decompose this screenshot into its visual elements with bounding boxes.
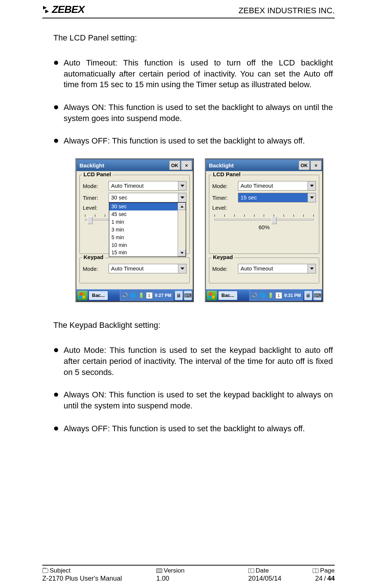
chevron-down-icon — [178, 264, 186, 273]
page-footer: Subject Version Date Page Z-2170 Plus Us… — [42, 565, 335, 582]
keypad-mode-label: Mode: — [83, 266, 109, 272]
windows-flag-icon — [79, 293, 86, 298]
start-button[interactable] — [77, 291, 88, 300]
mode-value: Auto Timeout — [109, 181, 178, 190]
lcd-panel-heading: The LCD Panel setting: — [53, 33, 333, 43]
slider-thumb-icon[interactable] — [88, 217, 93, 224]
logo-text: ZEBEX — [52, 4, 84, 15]
mode-combobox[interactable]: Auto Timeout — [238, 181, 316, 191]
dropdown-option[interactable]: 5 min — [109, 234, 178, 241]
dropdown-option[interactable]: 15 min — [109, 249, 178, 256]
mode-combobox[interactable]: Auto Timeout — [109, 181, 186, 191]
windows-flag-icon — [209, 293, 215, 298]
document-icon — [156, 568, 162, 573]
list-item: Always OFF: This function is used to set… — [53, 135, 333, 146]
system-tray: 🔊 🌐 🔋 1 9:27 PM — [120, 290, 174, 301]
logo: ZEBEX — [42, 4, 84, 15]
keypad-mode-value: Auto Timeout — [238, 264, 307, 273]
chevron-down-icon — [307, 193, 316, 202]
company-name: ZEBEX INDUSTRIES INC. — [238, 6, 335, 15]
book-icon — [313, 568, 319, 573]
timer-label: Timer: — [212, 195, 238, 201]
scrollbar[interactable] — [178, 203, 186, 256]
network-icon[interactable]: 🌐 — [130, 292, 136, 299]
ok-button[interactable]: OK — [299, 160, 310, 170]
status-icon[interactable]: 1 — [275, 292, 282, 299]
level-label: Level: — [83, 205, 109, 211]
titlebar: Backlight OK × — [77, 159, 193, 171]
battery-icon[interactable]: 🔋 — [138, 292, 145, 299]
taskbar-app-button[interactable]: Bac... — [218, 291, 238, 300]
taskbar: Bac... 🔊 🌐 🔋 1 9:31 PM 🖥 ⌨ — [206, 289, 322, 301]
clock: 9:31 PM — [284, 293, 302, 298]
scroll-down-icon[interactable] — [178, 249, 186, 256]
taskbar: Bac... 🔊 🌐 🔋 1 9:27 PM 🖥 ⌨ — [77, 289, 193, 301]
desktop-icon[interactable]: 🖥 — [304, 291, 312, 300]
level-label: Level: — [212, 205, 238, 211]
footer-version-label: Version — [164, 567, 185, 574]
keypad-mode-combobox[interactable]: Auto Timeout — [109, 264, 186, 273]
status-icon[interactable]: 1 — [146, 292, 153, 299]
system-tray: 🔊 🌐 🔋 1 9:31 PM — [249, 290, 303, 301]
backlight-window-left: Backlight OK × LCD Panel Mode: Auto Time… — [75, 158, 194, 302]
chevron-down-icon — [307, 264, 316, 273]
timer-dropdown-list: 30 sec 45 sec 1 min 3 min 5 min 10 min 1… — [109, 202, 186, 257]
start-button[interactable] — [207, 291, 217, 300]
timer-combobox[interactable]: 15 sec — [238, 193, 316, 202]
list-item: Always OFF: This function is used to set… — [53, 423, 333, 434]
keyboard-icon[interactable]: ⌨ — [184, 291, 192, 300]
window-title: Backlight — [79, 162, 168, 169]
keypad-group: Keypad Mode: Auto Timeout — [209, 258, 319, 283]
ok-button[interactable]: OK — [169, 160, 180, 170]
timer-value: 30 sec — [109, 193, 178, 202]
footer-page-total: 44 — [327, 575, 335, 582]
keyboard-icon[interactable]: ⌨ — [313, 291, 321, 300]
keypad-bullet-list: Auto Mode: This function is used to set … — [53, 345, 333, 434]
dropdown-option[interactable]: 30 sec — [109, 203, 178, 210]
dropdown-option[interactable]: 10 min — [109, 241, 178, 249]
keypad-mode-combobox[interactable]: Auto Timeout — [238, 264, 316, 273]
list-item: Auto Timeout: This function is used to t… — [53, 57, 333, 90]
footer-date-value: 2014/05/14 — [248, 575, 281, 582]
dropdown-option[interactable]: 45 sec — [109, 210, 178, 218]
list-item: Auto Mode: This function is used to set … — [53, 345, 333, 378]
folder-icon — [42, 568, 48, 573]
volume-icon[interactable]: 🔊 — [251, 292, 258, 299]
dropdown-option[interactable]: 1 min — [109, 218, 178, 226]
lcd-legend: LCD Panel — [82, 171, 113, 177]
lcd-legend: LCD Panel — [211, 171, 242, 177]
dropdown-option[interactable]: 3 min — [109, 226, 178, 234]
close-button[interactable]: × — [181, 160, 192, 170]
keypad-group: Keypad Mode: Auto Timeout — [79, 258, 190, 283]
keypad-mode-value: Auto Timeout — [109, 264, 178, 273]
chevron-down-icon — [178, 193, 186, 202]
window-title: Backlight — [209, 162, 298, 169]
scroll-up-icon[interactable] — [178, 203, 186, 210]
keypad-legend: Keypad — [82, 254, 105, 260]
slider-thumb-icon[interactable] — [271, 217, 277, 224]
chevron-down-icon — [178, 181, 186, 190]
level-slider[interactable] — [214, 213, 314, 223]
footer-date-label: Date — [256, 567, 269, 574]
timer-combobox[interactable]: 30 sec 30 sec 45 sec 1 min 3 min 5 min — [109, 193, 186, 202]
keypad-mode-label: Mode: — [212, 266, 238, 272]
list-item: Always ON: This function is used to set … — [53, 389, 333, 411]
chevron-down-icon — [307, 181, 316, 190]
lcd-bullet-list: Auto Timeout: This function is used to t… — [53, 57, 333, 146]
network-icon[interactable]: 🌐 — [259, 292, 266, 299]
taskbar-app-button[interactable]: Bac... — [89, 291, 108, 300]
close-button[interactable]: × — [310, 160, 321, 170]
volume-icon[interactable]: 🔊 — [122, 292, 128, 299]
timer-value: 15 sec — [238, 193, 307, 202]
mode-label: Mode: — [212, 183, 238, 189]
backlight-window-right: Backlight OK × LCD Panel Mode: Auto Time… — [205, 158, 323, 302]
keypad-backlight-heading: The Keypad Backlight setting: — [53, 320, 333, 330]
footer-version-value: 1.00 — [156, 575, 169, 582]
footer-page-sep: / — [324, 575, 326, 582]
keypad-legend: Keypad — [211, 254, 234, 260]
page-header: ZEBEX ZEBEX INDUSTRIES INC. — [42, 0, 335, 18]
desktop-icon[interactable]: 🖥 — [175, 291, 183, 300]
battery-icon[interactable]: 🔋 — [267, 292, 274, 299]
lcd-panel-group: LCD Panel Mode: Auto Timeout Timer: 30 — [79, 175, 190, 254]
lcd-panel-group: LCD Panel Mode: Auto Timeout Timer: 15 — [209, 175, 319, 254]
